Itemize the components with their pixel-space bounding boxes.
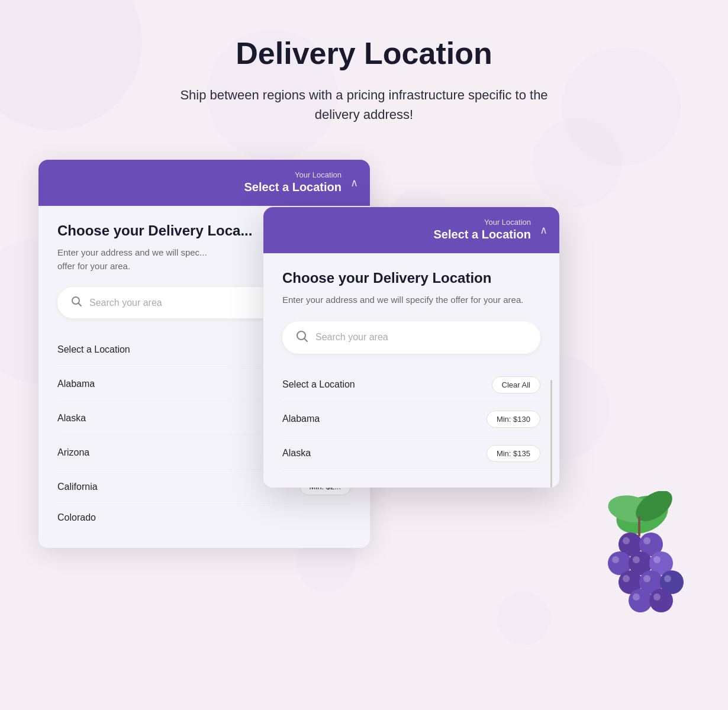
min-badge: Min: $135: [487, 445, 540, 462]
card-front-choose-title: Choose your Delivery Location: [282, 270, 540, 286]
card-front-location-list: Select a Location Clear All Alabama Min:…: [282, 368, 540, 471]
card-front-search-box[interactable]: Search your area: [282, 321, 540, 354]
list-item[interactable]: Alabama Min: $130: [282, 402, 540, 437]
svg-point-20: [612, 556, 619, 563]
scroll-indicator: [550, 380, 552, 488]
card-back-header-value: Select a Location: [244, 180, 342, 194]
location-name: Arizona: [57, 447, 89, 458]
clear-all-button[interactable]: Clear All: [492, 376, 540, 393]
location-name: Alabama: [282, 414, 320, 424]
svg-line-3: [304, 338, 307, 341]
page-title: Delivery Location: [236, 36, 492, 71]
svg-point-25: [664, 575, 671, 582]
page-content: Delivery Location Ship between regions w…: [0, 0, 728, 621]
location-name: Select a Location: [57, 344, 130, 355]
location-name: Alaska: [282, 448, 311, 459]
grapes-decoration: [571, 491, 690, 621]
svg-point-16: [629, 589, 652, 612]
location-name: Colorado: [57, 512, 96, 523]
svg-point-17: [649, 589, 673, 612]
list-item[interactable]: Select a Location Clear All: [282, 368, 540, 402]
card-front-chevron-icon: ∧: [540, 224, 547, 237]
card-back-header-label: Your Location: [295, 170, 342, 179]
card-front-description: Enter your address and we will specify t…: [282, 293, 540, 307]
min-badge: Min: $130: [487, 411, 540, 428]
svg-point-18: [623, 537, 630, 544]
svg-point-21: [633, 556, 640, 563]
location-name: Alaska: [57, 413, 86, 424]
card-front-search-placeholder: Search your area: [315, 332, 388, 343]
card-front-body: Choose your Delivery Location Enter your…: [263, 253, 559, 488]
card-back-search-placeholder: Search your area: [89, 298, 162, 308]
card-back-search-icon: [70, 295, 82, 310]
location-name: California: [57, 482, 98, 492]
svg-point-26: [633, 593, 640, 601]
card-back-header[interactable]: Your Location Select a Location ∧: [38, 160, 370, 206]
card-front: Your Location Select a Location ∧ Choose…: [263, 207, 559, 488]
card-back-chevron-icon: ∧: [350, 176, 358, 189]
svg-point-22: [653, 556, 661, 563]
page-subtitle: Ship between regions with a pricing infr…: [163, 85, 565, 124]
svg-point-23: [623, 575, 630, 582]
location-name: Select a Location: [282, 379, 355, 390]
location-name: Alabama: [57, 379, 95, 389]
cards-container: Your Location Select a Location ∧ Choose…: [38, 160, 690, 621]
svg-line-1: [79, 304, 82, 306]
svg-point-19: [643, 537, 650, 544]
card-front-header-label: Your Location: [484, 218, 531, 227]
card-front-header[interactable]: Your Location Select a Location ∧: [263, 207, 559, 253]
list-item[interactable]: Alaska Min: $135: [282, 437, 540, 471]
list-item[interactable]: Colorado: [57, 504, 351, 531]
card-front-header-value: Select a Location: [434, 228, 531, 241]
card-front-search-icon: [295, 330, 308, 346]
svg-point-24: [643, 575, 650, 582]
svg-point-27: [653, 593, 661, 601]
